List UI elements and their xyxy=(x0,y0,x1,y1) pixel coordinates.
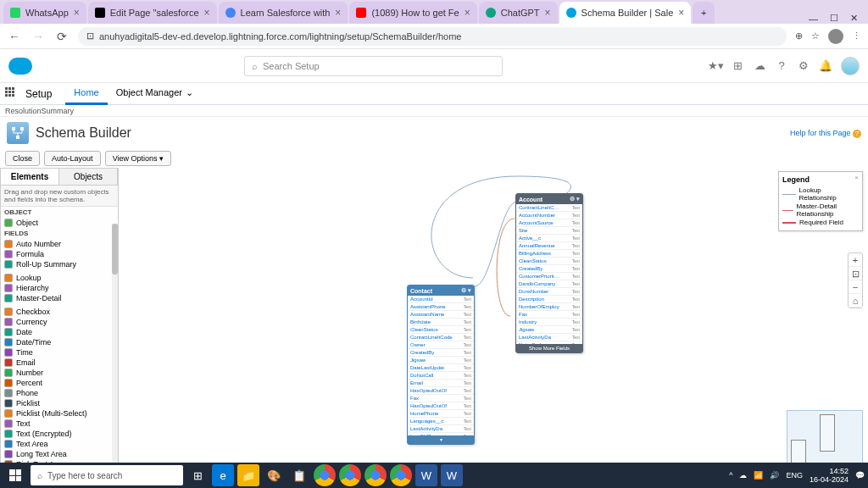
field-row[interactable]: ContractLineItCodeText xyxy=(516,204,582,212)
palette-field[interactable]: Date/Time xyxy=(1,337,118,347)
field-row[interactable]: DunsNumberText xyxy=(516,288,582,296)
field-row[interactable]: JigsawText xyxy=(408,357,474,364)
field-row[interactable]: NumberOfEmployText xyxy=(516,303,582,311)
zoom-reset-button[interactable]: ⌂ xyxy=(849,294,862,308)
zoom-out-button[interactable]: − xyxy=(849,280,862,294)
palette-field[interactable]: Picklist xyxy=(1,398,118,408)
tab-objects[interactable]: Objects xyxy=(59,169,118,185)
palette-field[interactable]: Number xyxy=(1,368,118,378)
browser-tab[interactable]: Learn Salesforce with× xyxy=(219,2,348,24)
new-tab-button[interactable]: + xyxy=(693,2,715,24)
avatar[interactable] xyxy=(841,57,860,75)
browser-tab[interactable]: (1089) How to get Fe× xyxy=(349,2,476,24)
field-row[interactable]: DateLastUpdatText xyxy=(408,364,474,372)
field-row[interactable]: LastCURequestText xyxy=(408,433,474,435)
card-footer[interactable]: ▾ xyxy=(408,435,474,444)
setup-gear-icon[interactable]: ⚙ xyxy=(797,59,810,73)
field-row[interactable]: JigsawText xyxy=(516,326,582,334)
setup-search-input[interactable]: ⌕ Search Setup xyxy=(244,56,503,76)
close-icon[interactable]: × xyxy=(335,7,341,19)
field-row[interactable]: HasOptedOutOfText xyxy=(408,387,474,395)
field-row[interactable]: CustomerPriorit__cText xyxy=(516,273,582,280)
notifications-icon[interactable]: 🔔 xyxy=(819,59,832,73)
salesforce-logo-icon[interactable] xyxy=(8,58,32,75)
field-row[interactable]: DoNotCallText xyxy=(408,372,474,380)
help-link[interactable]: Help for this Page ? xyxy=(790,129,861,138)
palette-field[interactable]: Hierarchy xyxy=(1,283,118,293)
palette-field[interactable]: Email xyxy=(1,358,118,368)
menu-icon[interactable]: ⋮ xyxy=(852,30,861,42)
auto-layout-button[interactable]: Auto-Layout xyxy=(44,151,101,166)
palette-field[interactable]: Currency xyxy=(1,317,118,327)
field-row[interactable]: DandbCompanyText xyxy=(516,280,582,288)
field-row[interactable]: AssistantNameText xyxy=(408,311,474,319)
chrome-icon[interactable] xyxy=(390,464,412,486)
palette-field[interactable]: Lookup xyxy=(1,273,118,283)
field-row[interactable]: AnnualRevenueText xyxy=(516,242,582,250)
close-icon[interactable]: × xyxy=(465,7,470,19)
zoom-fit-button[interactable]: ⊡ xyxy=(849,267,862,280)
notepad-icon[interactable]: 📋 xyxy=(288,464,310,486)
field-row[interactable]: FaxText xyxy=(408,395,474,402)
nav-home[interactable]: Home xyxy=(65,83,107,105)
palette-field[interactable]: Long Text Area xyxy=(1,449,118,459)
object-card-account[interactable]: Account⚙ ▾ ContractLineItCodeTextAccount… xyxy=(515,193,583,353)
url-input[interactable]: ⊡ anuhyadigital5-dev-ed.develop.lightnin… xyxy=(78,27,787,46)
chrome-icon[interactable] xyxy=(314,464,336,486)
field-row[interactable]: LastActivityDaText xyxy=(408,425,474,433)
palette-field[interactable]: Master-Detail xyxy=(1,293,118,303)
close-window-icon[interactable]: ✕ xyxy=(850,13,858,24)
profile-icon[interactable] xyxy=(828,29,843,44)
card-menu-icon[interactable]: ⚙ ▾ xyxy=(570,196,580,202)
field-row[interactable]: CleanStatusText xyxy=(516,258,582,265)
show-hidden-icon[interactable]: ^ xyxy=(729,471,732,480)
close-button[interactable]: Close xyxy=(5,151,40,166)
field-row[interactable]: CreatedByText xyxy=(408,349,474,357)
field-row[interactable]: BillingAddressText xyxy=(516,250,582,258)
field-row[interactable]: HomePhoneText xyxy=(408,410,474,418)
word-icon[interactable]: W xyxy=(415,464,437,486)
trailhead-icon[interactable]: ☁ xyxy=(753,59,766,73)
close-icon[interactable]: × xyxy=(545,7,551,19)
nav-object-manager[interactable]: Object Manager⌄ xyxy=(108,83,202,105)
sidebar-scrollbar[interactable] xyxy=(112,224,118,480)
field-row[interactable]: DescriptionText xyxy=(516,296,582,303)
field-row[interactable]: BirthdateText xyxy=(408,319,474,326)
favorite-icon[interactable]: ★▾ xyxy=(709,59,722,73)
field-row[interactable]: Languages__cText xyxy=(408,418,474,425)
close-icon[interactable]: × xyxy=(74,7,80,19)
schema-canvas[interactable]: Account⚙ ▾ ContractLineItCodeTextAccount… xyxy=(119,168,868,481)
palette-field[interactable]: Percent xyxy=(1,378,118,388)
reload-icon[interactable]: ⟳ xyxy=(54,29,70,44)
maximize-icon[interactable]: ☐ xyxy=(830,13,838,24)
field-row[interactable]: Active__cText xyxy=(516,235,582,242)
explorer-icon[interactable]: 📁 xyxy=(237,464,259,486)
close-icon[interactable]: × xyxy=(678,7,684,19)
taskbar-search-input[interactable]: ⌕Type here to search xyxy=(31,465,183,485)
cloud-sync-icon[interactable]: ☁ xyxy=(739,471,747,480)
site-info-icon[interactable]: ⊡ xyxy=(86,30,94,42)
field-row[interactable]: LastActivityDaText xyxy=(516,334,582,341)
task-view-icon[interactable]: ⊞ xyxy=(186,464,209,486)
help-icon[interactable]: ? xyxy=(775,59,788,73)
close-icon[interactable]: × xyxy=(854,174,859,181)
palette-field[interactable]: Checkbox xyxy=(1,307,118,317)
tab-elements[interactable]: Elements xyxy=(1,169,59,185)
field-row[interactable]: IndustryText xyxy=(516,319,582,326)
wifi-icon[interactable]: 📶 xyxy=(754,471,763,480)
palette-field[interactable]: Text (Encrypted) xyxy=(1,429,118,439)
field-row[interactable]: CreatedByText xyxy=(516,265,582,273)
word-icon[interactable]: W xyxy=(441,464,463,486)
field-row[interactable]: AssistantPhoneText xyxy=(408,303,474,311)
clock[interactable]: 14:52 16-04-2024 xyxy=(810,467,849,484)
chrome-icon[interactable] xyxy=(364,464,387,486)
back-icon[interactable]: ← xyxy=(7,29,22,44)
field-row[interactable]: HasOptedOutOfText xyxy=(408,402,474,410)
field-row[interactable]: EmailText xyxy=(408,380,474,387)
app-launcher-icon[interactable] xyxy=(5,87,19,101)
field-row[interactable]: AccountIdText xyxy=(408,296,474,303)
show-more-fields[interactable]: Show More Fields xyxy=(516,344,582,352)
palette-field[interactable]: Text xyxy=(1,419,118,429)
palette-field[interactable]: Time xyxy=(1,347,118,358)
zoom-icon[interactable]: ⊕ xyxy=(795,30,803,42)
